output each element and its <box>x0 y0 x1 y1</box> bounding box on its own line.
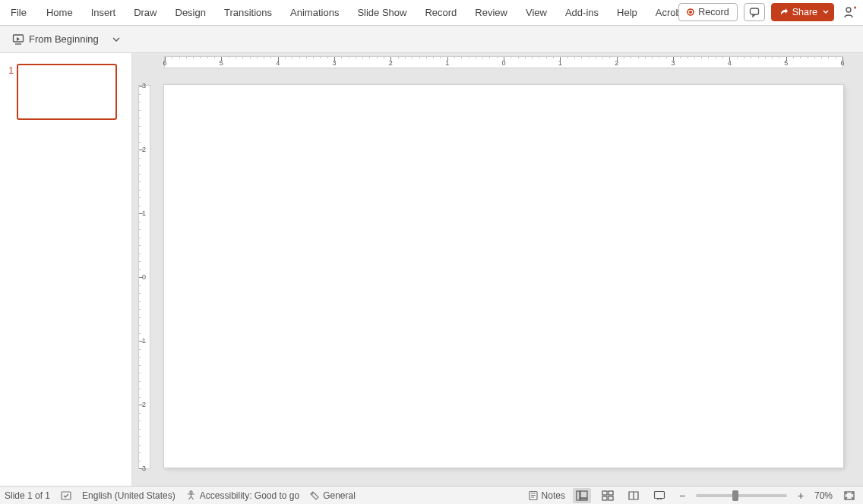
tab-add-ins[interactable]: Add-ins <box>556 0 608 25</box>
ruler-h-label: 5 <box>220 59 223 67</box>
ruler-h-label: 4 <box>728 59 732 67</box>
svg-point-1 <box>689 11 692 14</box>
ribbon-tabs: File Home Insert Draw Design Transitions… <box>0 0 863 26</box>
svg-rect-2 <box>750 8 758 14</box>
sensitivity-status[interactable]: General <box>310 490 356 501</box>
spellcheck-status[interactable] <box>61 490 71 501</box>
record-dot-icon <box>687 8 694 16</box>
view-slideshow-button[interactable] <box>650 488 669 503</box>
svg-rect-20 <box>654 491 664 498</box>
normal-view-icon <box>576 490 588 501</box>
svg-rect-14 <box>580 491 587 498</box>
horizontal-ruler[interactable]: 6543210123456 <box>164 56 843 68</box>
comment-icon <box>749 7 760 17</box>
notes-icon <box>528 490 539 501</box>
svg-rect-6 <box>62 492 71 499</box>
ruler-h-label: 6 <box>840 59 844 67</box>
tab-home[interactable]: Home <box>37 0 82 25</box>
ruler-h-label: 2 <box>615 59 618 67</box>
svg-point-7 <box>190 491 192 493</box>
spellcheck-ok-icon <box>61 490 71 501</box>
svg-rect-18 <box>602 496 607 500</box>
ruler-h-label: 4 <box>276 59 280 67</box>
tab-slide-show[interactable]: Slide Show <box>348 0 416 25</box>
record-button-label: Record <box>698 7 729 17</box>
ribbon-right-controls: Record Share <box>678 3 857 21</box>
comments-button[interactable] <box>744 3 765 21</box>
zoom-slider-thumb[interactable] <box>732 490 738 501</box>
status-bar: Slide 1 of 1 English (United States) Acc… <box>0 486 863 504</box>
tab-help[interactable]: Help <box>608 0 646 25</box>
slide-canvas[interactable] <box>164 85 843 468</box>
view-reading-button[interactable] <box>624 488 643 503</box>
tab-review[interactable]: Review <box>466 0 517 25</box>
present-from-beginning-icon <box>12 33 24 46</box>
thumbnail-number: 1 <box>3 64 14 76</box>
from-beginning-label: From Beginning <box>29 33 99 45</box>
slide-counter[interactable]: Slide 1 of 1 <box>5 490 50 501</box>
share-button[interactable]: Share <box>771 3 834 21</box>
svg-rect-16 <box>602 491 607 495</box>
svg-rect-13 <box>577 491 580 500</box>
sub-ribbon: From Beginning <box>0 26 863 53</box>
ruler-h-label: 0 <box>501 59 505 67</box>
tab-design[interactable]: Design <box>166 0 215 25</box>
chevron-down-icon <box>823 9 829 15</box>
ruler-h-label: 3 <box>332 59 336 67</box>
fit-window-icon <box>843 490 855 501</box>
record-button[interactable]: Record <box>678 3 737 21</box>
zoom-percentage[interactable]: 70% <box>814 490 833 501</box>
thumbnail-item[interactable]: 1 <box>0 64 131 120</box>
workspace: 1 6543210123456 3210123 <box>0 53 863 486</box>
accessibility-status[interactable]: Accessibility: Good to go <box>186 490 299 501</box>
ruler-v-label: 2 <box>142 401 146 408</box>
svg-rect-15 <box>580 499 587 500</box>
svg-point-3 <box>846 8 851 12</box>
svg-point-8 <box>312 493 314 494</box>
ruler-h-label: 6 <box>163 59 166 67</box>
reading-view-icon <box>627 490 640 501</box>
accessibility-icon <box>186 490 196 500</box>
ruler-v-label: 2 <box>142 146 146 153</box>
tab-file[interactable]: File <box>0 0 37 25</box>
account-icon[interactable] <box>843 5 857 19</box>
tab-insert[interactable]: Insert <box>82 0 125 25</box>
thumbnail-slide[interactable] <box>17 64 117 120</box>
language-status[interactable]: English (United States) <box>82 490 175 501</box>
ruler-h-label: 5 <box>784 59 788 67</box>
tab-view[interactable]: View <box>517 0 556 25</box>
svg-rect-19 <box>609 496 613 500</box>
ruler-v-label: 3 <box>142 465 146 472</box>
from-beginning-button[interactable]: From Beginning <box>6 30 105 49</box>
tab-draw[interactable]: Draw <box>125 0 166 25</box>
slide-sorter-icon <box>602 490 614 501</box>
tab-transitions[interactable]: Transitions <box>215 0 281 25</box>
tab-record[interactable]: Record <box>416 0 466 25</box>
tab-animations[interactable]: Animations <box>281 0 348 25</box>
view-sorter-button[interactable] <box>599 488 617 503</box>
notes-label: Notes <box>542 490 565 501</box>
status-left: Slide 1 of 1 English (United States) Acc… <box>5 490 356 501</box>
ruler-v-label: 0 <box>142 273 146 281</box>
vertical-ruler[interactable]: 3210123 <box>138 85 150 469</box>
svg-rect-17 <box>609 491 613 495</box>
view-normal-button[interactable] <box>573 488 591 503</box>
status-right: Notes − + 70% <box>528 488 858 503</box>
ruler-h-label: 3 <box>671 59 675 67</box>
from-beginning-dropdown[interactable] <box>109 33 123 46</box>
zoom-in-button[interactable]: + <box>795 490 807 501</box>
zoom-out-button[interactable]: − <box>676 490 688 501</box>
notes-toggle[interactable]: Notes <box>528 490 565 501</box>
thumbnail-pane[interactable]: 1 <box>0 53 132 486</box>
ruler-h-label: 1 <box>445 59 449 67</box>
share-button-label: Share <box>792 7 817 17</box>
edit-pane: 6543210123456 3210123 <box>132 53 863 486</box>
fit-to-window-button[interactable] <box>840 488 858 503</box>
ruler-h-label: 2 <box>389 59 393 67</box>
ruler-v-label: 1 <box>142 337 146 345</box>
accessibility-label: Accessibility: Good to go <box>200 490 299 501</box>
slideshow-icon <box>653 490 665 501</box>
share-arrow-icon <box>779 8 789 17</box>
zoom-slider[interactable] <box>696 494 787 497</box>
ruler-h-label: 1 <box>558 59 562 67</box>
